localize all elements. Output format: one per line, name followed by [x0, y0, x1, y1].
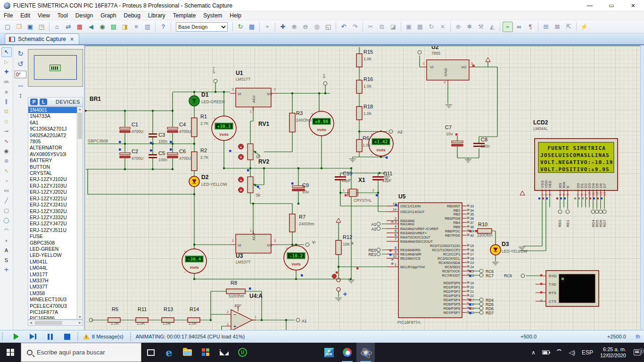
electrical-check-icon[interactable]: ⚡: [579, 22, 589, 32]
wire-autorouter-icon[interactable]: ⌁: [503, 22, 513, 32]
device-item[interactable]: ALTERNATOR: [28, 145, 77, 151]
proteus-taskbar-icon[interactable]: [356, 343, 375, 362]
device-item[interactable]: BATTERY: [28, 157, 77, 164]
subcircuit-mode-icon[interactable]: ⊡: [1, 107, 12, 116]
pcb-layout-icon[interactable]: ▦: [74, 22, 85, 32]
menu-help[interactable]: Help: [226, 11, 245, 20]
2d-path-icon[interactable]: ◗: [1, 235, 12, 245]
remove-sheet-icon[interactable]: ⊠: [552, 22, 562, 32]
battery-icon[interactable]: [539, 350, 553, 354]
menu-template[interactable]: Template: [169, 11, 200, 20]
device-item[interactable]: 6A1: [28, 120, 77, 126]
menu-edit[interactable]: Edit: [17, 11, 34, 20]
wifi-icon[interactable]: [553, 349, 566, 356]
3d-viewer-icon[interactable]: ▤: [108, 22, 119, 32]
copy-icon[interactable]: ⧉: [377, 22, 387, 32]
zoom-out-icon[interactable]: ⊖: [300, 22, 311, 32]
terminal-mode-icon[interactable]: ◇: [1, 116, 12, 126]
property-assignment-icon[interactable]: ¶: [525, 22, 536, 32]
device-pin-mode-icon[interactable]: ⊸: [1, 126, 12, 136]
simulation-pause-button[interactable]: [43, 332, 57, 341]
help-icon[interactable]: ?: [158, 22, 168, 32]
undo-icon[interactable]: ↶: [339, 22, 349, 32]
menu-library[interactable]: Library: [144, 11, 169, 20]
make-device-icon[interactable]: ✱: [464, 22, 475, 32]
2d-box-icon[interactable]: ▢: [1, 206, 12, 215]
schematic-capture-icon[interactable]: ⇄: [63, 22, 74, 32]
device-item[interactable]: LM041L: [28, 259, 77, 265]
device-item[interactable]: ERJ-12ZYJ332U: [28, 214, 77, 221]
mirror-horizontal-button[interactable]: ↔: [17, 81, 24, 89]
new-sheet-icon[interactable]: ⊞: [541, 22, 551, 32]
block-delete-icon[interactable]: ✕: [438, 22, 448, 32]
tab-schematic-capture[interactable]: Schematic Capture ✕: [5, 33, 79, 44]
pan-icon[interactable]: ✚: [278, 22, 288, 32]
minimize-button[interactable]: —: [579, 0, 601, 11]
rotate-anticlockwise-button[interactable]: ↺: [17, 60, 24, 68]
simulation-step-button[interactable]: [26, 332, 40, 341]
device-item[interactable]: 1N4733A: [28, 113, 77, 119]
device-item[interactable]: MINELECT10U3: [28, 296, 77, 303]
microsoft-store-icon[interactable]: [197, 343, 215, 362]
2d-circle-icon[interactable]: ◯: [1, 215, 12, 225]
2d-line-icon[interactable]: ╱: [1, 196, 12, 206]
menu-tool[interactable]: Tool: [54, 11, 72, 20]
device-item[interactable]: 1N4001: [28, 107, 77, 113]
mirror-vertical-button[interactable]: ↕: [19, 91, 23, 99]
scroll-right-icon[interactable]: ►: [78, 321, 82, 324]
device-item[interactable]: LM044L: [28, 265, 77, 271]
device-item[interactable]: 9C12063A2701J: [28, 126, 77, 132]
simulation-stop-button[interactable]: [60, 332, 74, 341]
device-item[interactable]: LM317T: [28, 272, 77, 278]
zoom-area-icon[interactable]: ◱: [323, 22, 333, 32]
maximize-button[interactable]: ▭: [601, 0, 622, 11]
device-item[interactable]: GBPC3508: [28, 240, 77, 246]
task-view-button[interactable]: [141, 343, 160, 362]
tab-close-icon[interactable]: ✕: [69, 36, 75, 42]
mail-app-icon[interactable]: [215, 343, 233, 362]
device-item[interactable]: AVX0805Y5V10l: [28, 151, 77, 157]
block-rotate-icon[interactable]: ↻: [426, 22, 437, 32]
open-project-icon[interactable]: ❒: [14, 22, 24, 32]
origin-icon[interactable]: +: [262, 22, 272, 32]
device-item[interactable]: LM358: [28, 290, 77, 296]
electrical-rule-icon[interactable]: ≡: [131, 22, 141, 32]
device-item[interactable]: ERJ-12ZYJ202U: [28, 189, 77, 195]
block-move-icon[interactable]: ▦: [415, 22, 425, 32]
device-item[interactable]: PIC16F886: [28, 315, 77, 320]
pick-parts-button[interactable]: P: [30, 99, 38, 105]
simulation-play-button[interactable]: [9, 332, 23, 341]
voltage-probe-mode-icon[interactable]: ➴: [1, 166, 12, 176]
virtual-instruments-mode-icon[interactable]: ▭: [1, 186, 12, 196]
device-item[interactable]: ERJ-12ZYJ221U: [28, 196, 77, 202]
device-item[interactable]: CRYSTAL: [28, 170, 77, 176]
device-item[interactable]: LED-YELLOW: [28, 252, 77, 258]
packaging-tool-icon[interactable]: ⚒: [476, 22, 486, 32]
tray-chevron-icon[interactable]: ∧: [528, 349, 539, 356]
device-item[interactable]: ERJ-12ZYJ241U: [28, 202, 77, 208]
device-list-vscrollbar[interactable]: ▲ ▼: [77, 107, 83, 320]
block-copy-icon[interactable]: ▣: [404, 22, 414, 32]
edge-app-icon[interactable]: e: [160, 343, 178, 362]
paste-icon[interactable]: ◪: [388, 22, 398, 32]
menu-file[interactable]: File: [0, 11, 17, 20]
device-item[interactable]: FUSE: [28, 233, 77, 239]
component-mode-icon[interactable]: ▷: [1, 57, 12, 67]
save-project-icon[interactable]: ▣: [25, 22, 35, 32]
chrome-app-icon[interactable]: [338, 343, 356, 362]
menu-debug[interactable]: Debug: [120, 11, 144, 20]
selection-mode-icon[interactable]: ↖: [1, 47, 12, 57]
library-button[interactable]: L: [40, 99, 47, 105]
device-item[interactable]: PIC16F877A: [28, 309, 77, 315]
pick-device-icon[interactable]: ⊕: [453, 22, 463, 32]
refresh-display-icon[interactable]: ↻: [235, 22, 246, 32]
menu-design[interactable]: Design: [72, 11, 97, 20]
device-item[interactable]: ERJ-12ZYJ511U: [28, 227, 77, 233]
text-script-mode-icon[interactable]: ≡: [1, 87, 12, 97]
current-probe-mode-icon[interactable]: ◔: [1, 176, 12, 186]
device-item[interactable]: ERJ-12ZYJ472U: [28, 221, 77, 227]
new-sheet-doc-icon[interactable]: ▥: [142, 22, 153, 32]
2d-symbol-icon[interactable]: S: [1, 255, 12, 265]
clock[interactable]: 6:25 a. m. 12/02/2020: [596, 346, 630, 359]
close-button[interactable]: ✕: [622, 0, 644, 11]
